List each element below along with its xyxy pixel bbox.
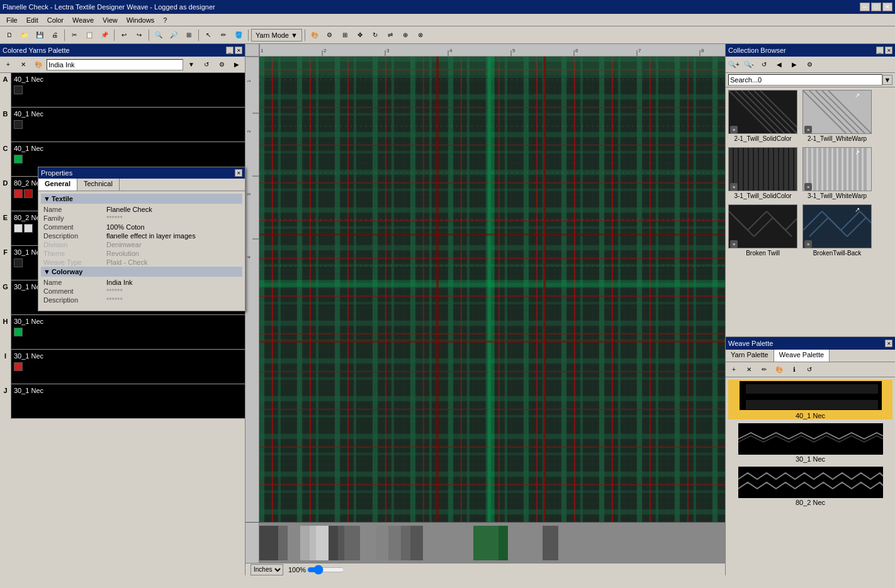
palette-item-j[interactable]: 30_1 Nec <box>11 384 245 419</box>
menu-file[interactable]: File <box>3 15 21 25</box>
zoom-fit-btn[interactable]: ⊞ <box>182 28 196 42</box>
palette-add-btn[interactable]: + <box>1 58 15 72</box>
palette-icon-btn[interactable]: 🎨 <box>31 58 45 72</box>
move-btn[interactable]: ✥ <box>353 28 367 42</box>
save-btn[interactable]: 💾 <box>33 28 47 42</box>
svg-rect-72 <box>410 526 423 560</box>
palette-title: Colored Yarns Palette <box>3 47 70 54</box>
unit-select[interactable]: Inches cm <box>250 564 283 575</box>
menu-edit[interactable]: Edit <box>23 15 42 25</box>
paste-btn[interactable]: 📌 <box>98 28 111 42</box>
grid-btn[interactable]: ⊞ <box>338 28 352 42</box>
dialog-close-btn[interactable]: ✕ <box>235 169 242 177</box>
color-wheel-btn[interactable]: 🎨 <box>308 28 322 42</box>
weave-color-btn[interactable]: 🎨 <box>772 363 786 377</box>
col-settings-btn[interactable]: ⚙ <box>802 58 816 72</box>
copy-btn[interactable]: 📋 <box>82 28 96 42</box>
separator-3 <box>149 30 149 41</box>
palette-item-b[interactable]: 40_1 Nec <box>11 108 245 142</box>
minimize-btn[interactable]: ─ <box>860 3 870 11</box>
prop-colorway-desc-value: ****** <box>106 296 123 304</box>
thread-strip <box>259 523 725 563</box>
palette-header-controls: _ ✕ <box>226 47 242 54</box>
yarn-mode-dropdown[interactable]: Yarn Mode ▼ <box>251 29 302 42</box>
svg-rect-95 <box>769 148 773 191</box>
repeat-btn[interactable]: ⊕ <box>398 28 412 42</box>
zoom-in-btn[interactable]: 🔍 <box>152 28 166 42</box>
collection-item-3twill-solid[interactable]: ≡ 3-1_Twill_SolidColor <box>728 147 797 199</box>
maximize-btn[interactable]: □ <box>871 3 881 11</box>
weave-edit-btn[interactable]: ✏ <box>757 363 771 377</box>
rotate-btn[interactable]: ↻ <box>368 28 382 42</box>
select-btn[interactable]: ↖ <box>201 28 215 42</box>
palette-name-input[interactable] <box>47 59 183 70</box>
pencil-btn[interactable]: ✏ <box>217 28 230 42</box>
collection-grid: ≡ 2-1_Twill_SolidColor <box>726 87 895 336</box>
weave-item-30-1-nec[interactable]: 30_1 Nec <box>728 423 892 463</box>
zoom-slider[interactable] <box>307 565 345 575</box>
palette-del-btn[interactable]: ✕ <box>16 58 30 72</box>
redo-btn[interactable]: ↪ <box>132 28 146 42</box>
palette-arrow-btn[interactable]: ▼ <box>184 58 198 72</box>
palette-section-j: J 30_1 Nec <box>0 384 245 419</box>
palette-close-btn[interactable]: ✕ <box>235 47 242 54</box>
collection-item-twill-whitewarp[interactable]: ≡ ↗ 2-1_Twill_WhiteWarp <box>802 90 872 142</box>
new-btn[interactable]: 🗋 <box>3 28 16 42</box>
zoom-out-btn[interactable]: 🔎 <box>167 28 181 42</box>
collection-minimize-btn[interactable]: _ <box>876 47 884 54</box>
palette-item-h[interactable]: 30_1 Nec <box>11 315 245 350</box>
col-forward-btn[interactable]: ▶ <box>787 58 801 72</box>
open-btn[interactable]: 📁 <box>18 28 31 42</box>
palette-settings-btn[interactable]: ⚙ <box>215 58 228 72</box>
thumb-icon-4: ≡ <box>804 183 812 191</box>
mirror-btn[interactable]: ⇌ <box>383 28 397 42</box>
cut-btn[interactable]: ✂ <box>67 28 81 42</box>
close-btn[interactable]: ✕ <box>882 3 892 11</box>
collection-close-btn[interactable]: ✕ <box>885 47 892 54</box>
svg-rect-67 <box>543 526 558 560</box>
weave-refresh-btn[interactable]: ↺ <box>802 363 816 377</box>
undo-btn[interactable]: ↩ <box>117 28 131 42</box>
weave-del-btn[interactable]: ✕ <box>742 363 756 377</box>
dialog-tab-technical[interactable]: Technical <box>77 179 120 191</box>
separator-5 <box>248 30 249 41</box>
weave-item-80-2-nec[interactable]: 80_2 Nec <box>728 467 892 506</box>
collection-item-3twill-whitewarp[interactable]: ≡ ↗ 3-1_Twill_WhiteWarp <box>802 147 872 199</box>
menu-weave[interactable]: Weave <box>69 15 98 25</box>
collection-search-input[interactable] <box>728 74 882 86</box>
col-back-btn[interactable]: ◀ <box>772 58 786 72</box>
svg-text:1: 1 <box>261 48 264 53</box>
collection-item-broken-twill[interactable]: ≡ Broken Twill <box>728 204 797 257</box>
collection-item-broken-twill-back[interactable]: ≡ ↗ BrokenTwill-Back <box>802 204 872 257</box>
palette-item-i[interactable]: 30_1 Nec <box>11 350 245 384</box>
settings-btn[interactable]: ⚙ <box>323 28 337 42</box>
palette-item-a[interactable]: 40_1 Nec <box>11 73 245 108</box>
weave-add-btn[interactable]: + <box>727 363 741 377</box>
collection-item-twill-solid[interactable]: ≡ 2-1_Twill_SolidColor <box>728 90 797 142</box>
tab-weave-palette[interactable]: Weave Palette <box>774 350 830 362</box>
col-zoom-out-btn[interactable]: 🔍- <box>742 58 756 72</box>
palette-item-c-label: 40_1 Nec <box>14 145 242 152</box>
menu-color[interactable]: Color <box>43 15 67 25</box>
menu-view[interactable]: View <box>99 15 121 25</box>
col-refresh-btn[interactable]: ↺ <box>757 58 771 72</box>
weave-item-40-1-nec[interactable]: 40_1 Nec <box>728 380 892 419</box>
palette-minimize-btn[interactable]: _ <box>226 47 234 54</box>
dialog-tab-general[interactable]: General <box>38 179 77 191</box>
search-dropdown-btn[interactable]: ▼ <box>882 75 892 85</box>
menu-help[interactable]: ? <box>159 15 171 25</box>
weave-palette-close-btn[interactable]: ✕ <box>885 340 892 347</box>
prop-colorway-comment-row: Comment ****** <box>41 287 242 296</box>
col-zoom-in-btn[interactable]: 🔍+ <box>727 58 741 72</box>
main-canvas[interactable] <box>259 57 725 522</box>
palette-more-btn[interactable]: ▶ <box>230 58 244 72</box>
weave-thumb-30-1 <box>738 423 883 455</box>
tab-yarn-palette[interactable]: Yarn Palette <box>726 350 774 362</box>
palette-refresh-btn[interactable]: ↺ <box>200 58 213 72</box>
extra-btn[interactable]: ⊗ <box>414 28 427 42</box>
menu-windows[interactable]: Windows <box>123 15 159 25</box>
fill-btn[interactable]: 🪣 <box>232 28 245 42</box>
dialog-title-bar: Properties ✕ <box>38 167 245 179</box>
print-btn[interactable]: 🖨 <box>48 28 62 42</box>
weave-info-btn[interactable]: ℹ <box>787 363 801 377</box>
